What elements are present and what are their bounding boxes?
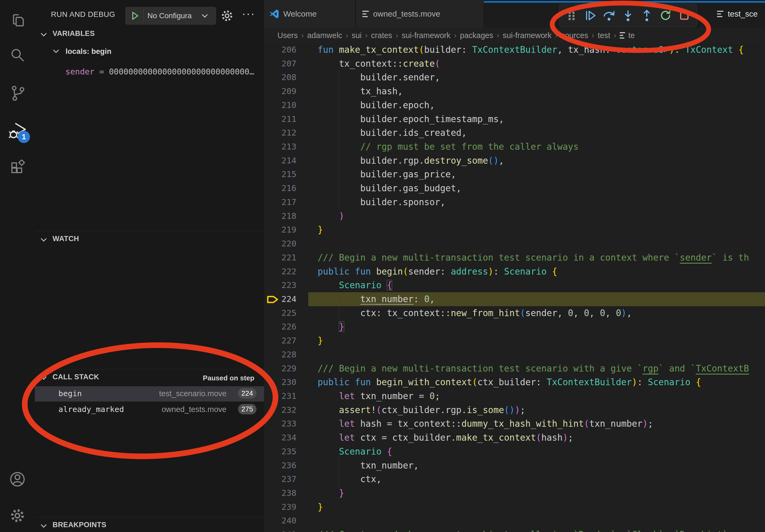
code-line[interactable]: 218 ): [264, 209, 765, 223]
code-line[interactable]: 227}: [264, 334, 765, 348]
line-number[interactable]: 210: [264, 98, 308, 112]
call-stack-frame[interactable]: begin test_scenario.move 224: [35, 386, 264, 401]
code-text[interactable]: tx_context::create(: [318, 57, 440, 71]
code-text[interactable]: ): [318, 209, 344, 223]
code-line[interactable]: 210 builder.epoch,: [264, 98, 765, 112]
code-text[interactable]: }: [318, 334, 323, 348]
code-line[interactable]: 216 builder.gas_budget,: [264, 181, 765, 195]
code-text[interactable]: builder.ids_created,: [318, 126, 467, 140]
line-number[interactable]: 219: [264, 223, 308, 237]
line-number[interactable]: 218: [264, 209, 308, 223]
start-debug-icon[interactable]: [130, 10, 140, 21]
code-line[interactable]: 214 builder.rgp.destroy_some(),: [264, 154, 765, 168]
code-line[interactable]: 223 Scenario {: [264, 278, 765, 292]
code-line[interactable]: 233 let hash = tx_context::dummy_tx_hash…: [264, 417, 765, 431]
code-line[interactable]: 217 builder.sponsor,: [264, 195, 765, 209]
code-line[interactable]: 238 }: [264, 486, 765, 500]
breadcrumb-item[interactable]: sui-framework: [402, 31, 450, 40]
step-into-icon[interactable]: [621, 8, 635, 24]
gripper-icon[interactable]: [564, 8, 579, 24]
code-line[interactable]: 229/// Begin a new multi-transaction tes…: [264, 362, 765, 376]
breadcrumb-item[interactable]: sources: [561, 31, 588, 40]
code-text[interactable]: }: [318, 500, 323, 514]
code-text[interactable]: ctx,: [318, 472, 382, 486]
explorer-icon[interactable]: [0, 6, 35, 35]
line-number[interactable]: 227: [264, 334, 308, 348]
code-text[interactable]: public fun begin_with_context(ctx_builde…: [318, 375, 701, 389]
code-line[interactable]: 222public fun begin(sender: address): Sc…: [264, 265, 765, 279]
code-line[interactable]: 240: [264, 514, 765, 528]
code-line[interactable]: 235 Scenario {: [264, 445, 765, 459]
code-line[interactable]: 234 let ctx = ctx_builder.make_tx_contex…: [264, 431, 765, 445]
watch-section-header[interactable]: WATCH: [35, 233, 264, 246]
step-out-icon[interactable]: [640, 8, 654, 24]
line-number[interactable]: 228: [264, 348, 308, 362]
code-line[interactable]: 220: [264, 237, 765, 251]
continue-icon[interactable]: [583, 8, 598, 24]
breadcrumb-item[interactable]: adamwelc: [307, 31, 342, 40]
code-lines[interactable]: 206fun make_tx_context(builder: TxContex…: [264, 43, 765, 532]
breadcrumb-item[interactable]: Users: [278, 31, 298, 40]
line-number[interactable]: 237: [264, 472, 308, 486]
debug-settings-gear-icon[interactable]: [220, 9, 234, 23]
line-number[interactable]: 217: [264, 195, 308, 209]
code-text[interactable]: txn_number: 0,: [318, 292, 435, 306]
code-line[interactable]: 232 assert!(ctx_builder.rgp.is_some());: [264, 403, 765, 417]
line-number[interactable]: 238: [264, 486, 308, 500]
line-number[interactable]: 212: [264, 126, 308, 140]
line-number[interactable]: 232: [264, 403, 308, 417]
breadcrumb-item[interactable]: crates: [371, 31, 392, 40]
code-line[interactable]: 236 txn_number,: [264, 459, 765, 472]
breadcrumb-item[interactable]: packages: [460, 31, 493, 40]
code-text[interactable]: }: [318, 223, 323, 237]
code-text[interactable]: builder.epoch_timestamp_ms,: [318, 112, 504, 126]
line-number[interactable]: 240: [264, 514, 308, 528]
code-text[interactable]: let txn_number = 0;: [318, 389, 440, 403]
code-text[interactable]: let ctx = ctx_builder.make_tx_context(ha…: [318, 431, 573, 445]
line-number[interactable]: 230: [264, 375, 308, 389]
line-number[interactable]: 214: [264, 154, 308, 168]
code-text[interactable]: builder.gas_price,: [318, 167, 456, 181]
code-line[interactable]: 215 builder.gas_price,: [264, 167, 765, 181]
restart-icon[interactable]: [658, 8, 673, 24]
code-line[interactable]: 231 let txn_number = 0;: [264, 389, 765, 403]
code-line[interactable]: 206fun make_tx_context(builder: TxContex…: [264, 43, 765, 57]
step-over-icon[interactable]: [602, 8, 616, 24]
search-icon[interactable]: [0, 40, 35, 70]
tab-welcome[interactable]: Welcome: [264, 0, 356, 28]
code-line[interactable]: 219}: [264, 223, 765, 237]
stop-icon[interactable]: [677, 8, 692, 24]
code-text[interactable]: Scenario {: [318, 445, 392, 459]
line-number[interactable]: 207: [264, 57, 308, 71]
code-text[interactable]: /// Begin a new multi-transaction test s…: [318, 251, 749, 265]
code-text[interactable]: txn_number,: [318, 459, 419, 472]
code-line[interactable]: 212 builder.ids_created,: [264, 126, 765, 140]
code-line[interactable]: 226 }: [264, 320, 765, 334]
code-text[interactable]: let hash = tx_context::dummy_tx_hash_wit…: [318, 417, 653, 431]
more-actions-icon[interactable]: ···: [242, 7, 255, 20]
locals-scope-row[interactable]: locals: begin: [53, 47, 112, 56]
line-number[interactable]: 213: [264, 140, 308, 154]
line-number[interactable]: 211: [264, 112, 308, 126]
code-text[interactable]: builder.sponsor,: [318, 195, 445, 209]
breadcrumb-item[interactable]: test: [598, 31, 610, 40]
debug-config-dropdown[interactable]: No Configura: [125, 7, 216, 25]
code-line[interactable]: 211 builder.epoch_timestamp_ms,: [264, 112, 765, 126]
line-number[interactable]: 241: [264, 528, 308, 532]
variables-section-header[interactable]: VARIABLES: [35, 28, 264, 41]
line-number[interactable]: 233: [264, 417, 308, 431]
code-text[interactable]: builder.epoch,: [318, 98, 435, 112]
code-line[interactable]: 221/// Begin a new multi-transaction tes…: [264, 251, 765, 265]
code-line[interactable]: 208 builder.sender,: [264, 71, 765, 84]
extensions-icon[interactable]: [0, 153, 35, 182]
code-text[interactable]: ctx: tx_context::new_from_hint(sender, 0…: [318, 306, 632, 320]
line-number[interactable]: 223: [264, 278, 308, 292]
line-number[interactable]: 225: [264, 306, 308, 320]
line-number[interactable]: 220: [264, 237, 308, 251]
line-number[interactable]: 206: [264, 43, 308, 57]
code-text[interactable]: builder.gas_budget,: [318, 181, 461, 195]
code-line[interactable]: 237 ctx,: [264, 472, 765, 486]
call-stack-frame[interactable]: already_marked owned_tests.move 275: [35, 402, 264, 417]
code-line[interactable]: 224 txn_number: 0,: [264, 292, 765, 306]
code-text[interactable]: fun make_tx_context(builder: TxContextBu…: [318, 43, 744, 57]
